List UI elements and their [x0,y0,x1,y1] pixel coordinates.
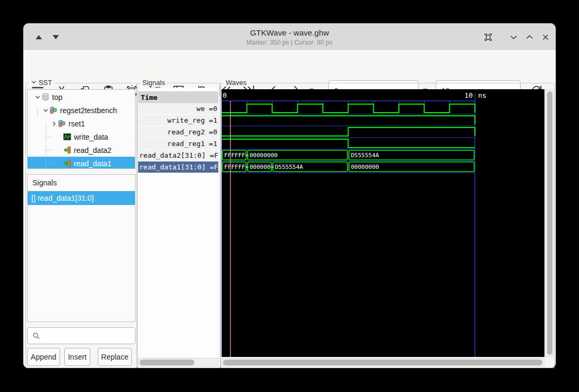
wave-canvas[interactable]: 010nsFFFFFF+00000000D555554AFFFFFF+00000… [222,89,544,357]
tree-item-label: write_data [74,133,108,141]
insert-button[interactable]: Insert [64,348,90,366]
bus-value-read_data2: D555554A [351,152,379,159]
timeline-end-label: 10 [464,91,473,99]
sst-tree-item-read_data2[interactable]: read_data2 [28,143,135,157]
maximize-button[interactable] [523,31,537,44]
search-icon [32,332,40,340]
tree-guide [37,109,38,116]
fit-window-button[interactable] [481,31,495,44]
bus-value-read_data2: 00000000 [250,152,278,159]
chevron-up-icon [525,33,534,41]
signal-list-item[interactable]: [] read_data1[31:0] [28,191,135,205]
tree-item-label: read_data2 [74,146,112,155]
signal-name-row[interactable]: read_reg1 =1 [138,138,218,149]
signal-list-box: Signals [] read_data1[31:0] [27,174,135,322]
signal-search-box[interactable] [27,327,135,344]
tree-spacer [56,147,63,154]
toolbar: From: To: [23,50,556,79]
append-button[interactable]: Append [27,348,60,366]
sst-tree: topregset2testbenchrset1write_dataread_d… [28,90,135,169]
tree-expander-icon[interactable] [34,93,41,101]
signal-name-row[interactable]: read_data2[31:0] =FF [138,150,218,161]
waves-hscrollbar[interactable] [222,358,544,367]
wave-bit-read_reg1 [222,139,475,148]
signal-list-header: Signals [28,175,135,191]
port-icon [63,146,72,154]
bus-value-read_data1: FFFFFF+ [224,164,249,171]
sst-tree-item-regset2testbench[interactable]: regset2testbench [28,104,135,117]
signal-name-row[interactable]: read_reg2 =0 [138,126,218,138]
replace-button[interactable]: Replace [98,348,132,366]
database-icon [41,93,50,101]
waves-vscrollbar-thumb[interactable] [547,91,552,355]
tree-guide [46,123,46,169]
names-hscrollbar[interactable] [138,358,218,367]
sst-tree-item-rset1[interactable]: rset1 [28,117,135,130]
sst-frame-label: SST [29,79,54,87]
tree-spacer [56,160,63,167]
signals-frame-label: Signals [140,79,167,87]
close-icon [541,33,550,41]
bus-value-read_data1: 00000000 [351,164,379,171]
waves-vscrollbar[interactable] [546,89,554,357]
time-header[interactable]: Time [138,91,218,103]
tree-item-label: rset1 [69,120,85,128]
tree-spacer [56,133,63,141]
tree-item-label: regset2testbench [60,106,117,115]
tree-item-label: read_data1 [74,159,112,168]
sst-tree-item-write_data[interactable]: write_data [28,130,135,143]
signal-name-row[interactable]: we =0 [138,103,218,114]
signal-names-area: Time we =0write_reg =1read_reg2 =0read_r… [138,88,218,357]
signal-name-row[interactable]: write_reg =1 [138,115,218,126]
close-button[interactable] [539,31,552,44]
titlebar: GTKWave - wave.ghw Marker: 350 ps | Curs… [23,23,556,50]
chevron-down-icon [509,33,518,41]
bus-value-read_data1: 000000+ [250,164,275,171]
marker-cursor-status: Marker: 350 ps | Cursor: 80 ps [23,39,556,46]
bus-value-read_data2: FFFFFF+ [224,152,249,159]
waves-frame-label: Waves [224,79,249,87]
gears-icon [58,120,66,127]
window-title: GTKWave - wave.ghw [23,28,556,37]
wave-bit-read_reg2 [222,127,475,136]
tree-guide [46,163,53,164]
tree-item-label: top [52,93,62,101]
port-icon [63,159,72,167]
gtkwave-window: GTKWave - wave.ghw Marker: 350 ps | Curs… [23,23,556,368]
wave-bit-we [222,104,475,113]
tree-expander-icon[interactable] [42,107,49,114]
names-hscrollbar-thumb[interactable] [140,360,194,365]
signal-name-row[interactable]: read_data1[31:0] =FF [138,161,218,173]
minimize-button[interactable] [507,31,521,44]
sst-tree-item-top[interactable]: top [28,90,135,104]
sst-expander-icon[interactable] [31,80,37,84]
waves-hscrollbar-thumb[interactable] [223,360,542,365]
tree-guide [46,137,51,137]
tree-guide [46,150,53,150]
bus-value-read_data1: D555554A [275,164,303,171]
timeline-start-label: 0 [223,91,227,99]
sst-tree-box: topregset2testbenchrset1write_dataread_d… [27,89,135,169]
timeline-unit-label: ns [478,91,487,99]
wave-bit-write_reg [222,116,475,124]
gears-icon [49,106,58,114]
sst-tree-item-read_data1[interactable]: read_data1 [28,157,135,169]
matrix-icon [63,133,72,141]
search-input[interactable] [44,331,131,340]
tree-expander-icon[interactable] [50,120,58,127]
fit-window-icon [483,32,493,42]
